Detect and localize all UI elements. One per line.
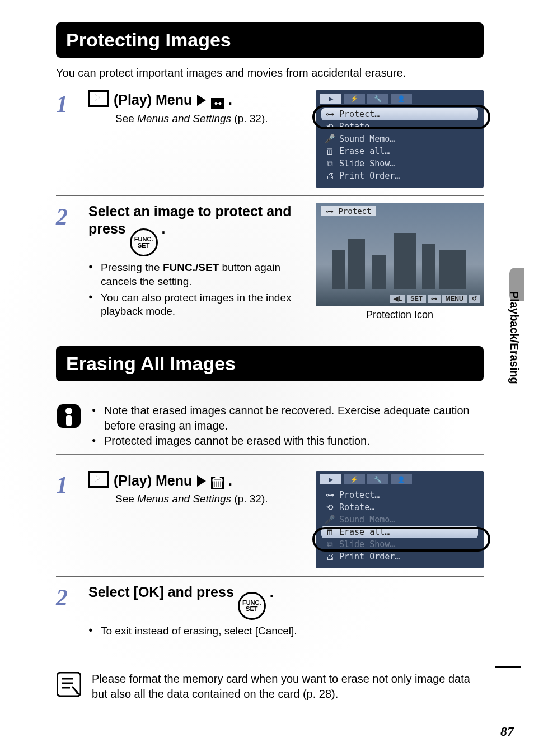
- func-set-button-icon: FUNC.SET: [238, 592, 266, 620]
- play-icon: [88, 471, 109, 488]
- chip: SET: [407, 295, 425, 303]
- step-number: 1: [56, 471, 82, 568]
- period: .: [158, 221, 166, 236]
- info-icon: [56, 671, 82, 697]
- menu-item: 🗑Erase all…: [321, 145, 478, 157]
- protect-key-icon: ⊶: [211, 98, 224, 109]
- erase-step2-title: Select [OK] and press FUNC.SET .: [88, 584, 484, 620]
- chip: ↺: [469, 295, 480, 303]
- play-menu-label: (Play) Menu: [114, 473, 192, 488]
- erase-all-icon: 🗑: [211, 477, 224, 489]
- menu-item: 🖨Print Order…: [321, 550, 478, 563]
- format-info-text: Please format the memory card when you w…: [92, 671, 484, 702]
- step2-title: Select an image to protect and press FUN…: [88, 203, 309, 256]
- menu-screenshot-erase: ▶ ⚡ 🔧 👤 ⊶Protect… ⟲Rotate… 🎤Sound Memo… …: [316, 471, 484, 568]
- step-number: 2: [56, 584, 82, 641]
- menu-item: ⧉Slide Show…: [321, 157, 478, 170]
- warning-icon: [56, 403, 82, 429]
- tab-icon: ⚡: [344, 474, 365, 484]
- step-number: 1: [56, 90, 82, 188]
- see-reference: See Menus and Settings (p. 32).: [115, 493, 309, 505]
- bullet-text: To exit instead of erasing, select [Canc…: [88, 624, 484, 638]
- bullet-text: Pressing the FUNC./SET button again canc…: [88, 261, 309, 288]
- menu-item: ⟲Rotate…: [321, 120, 478, 133]
- menu-item-protect: ⊶Protect…: [321, 108, 478, 120]
- page-number: 87: [500, 724, 514, 739]
- period: .: [228, 92, 232, 108]
- tab-icon: 👤: [391, 474, 412, 484]
- tab-icon: 🔧: [367, 474, 388, 484]
- svg-point-1: [65, 408, 72, 414]
- menu-item: ⧉Slide Show…: [321, 538, 478, 550]
- protect-bottom-bar: ◀L SET ⊶ MENU ↺: [390, 295, 480, 303]
- menu-item-erase-all: 🗑Erase all…: [321, 526, 478, 538]
- func-set-button-icon: FUNC.SET: [130, 228, 158, 256]
- period: .: [266, 584, 274, 600]
- chip: MENU: [442, 295, 467, 303]
- arrow-icon: [197, 475, 206, 487]
- menu-item: 🎤Sound Memo…: [321, 133, 478, 145]
- svg-rect-2: [66, 415, 72, 426]
- warning-text: Protected images cannot be erased with t…: [92, 433, 484, 449]
- menu-item: 🖨Print Order…: [321, 170, 478, 182]
- menu-item: ⊶Protect…: [321, 489, 478, 501]
- step1-title: (Play) Menu ⊶ .: [88, 90, 232, 109]
- protect-screen: ⊶ Protect ◀L SET ⊶ MENU ↺: [316, 203, 484, 306]
- side-line: [495, 666, 521, 668]
- see-reference: See Menus and Settings (p. 32).: [115, 113, 309, 125]
- bullet-text: You can also protect images in the index…: [88, 291, 309, 319]
- side-tab-label: Playback/Erasing: [508, 291, 521, 384]
- chip: ⊶: [428, 295, 441, 303]
- tab-play-icon: ▶: [320, 474, 341, 484]
- heading-erasing: Erasing All Images: [56, 346, 484, 381]
- protect-screen-label: ⊶ Protect: [321, 206, 376, 216]
- tab-play-icon: ▶: [320, 94, 341, 104]
- play-menu-label: (Play) Menu: [114, 92, 192, 108]
- step-number: 2: [56, 203, 82, 321]
- warning-text: Note that erased images cannot be recove…: [92, 403, 484, 433]
- menu-screenshot-protect: ▶ ⚡ 🔧 👤 ⊶Protect… ⟲Rotate… 🎤Sound Memo… …: [316, 90, 484, 188]
- heading-protecting: Protecting Images: [56, 22, 484, 58]
- erase-step1-title: (Play) Menu 🗑 .: [88, 471, 309, 489]
- menu-item: ⟲Rotate…: [321, 501, 478, 514]
- tab-icon: ⚡: [344, 94, 365, 104]
- menu-item: 🎤Sound Memo…: [321, 514, 478, 526]
- play-icon: [88, 90, 109, 107]
- tab-icon: 👤: [391, 94, 412, 104]
- intro-text: You can protect important images and mov…: [56, 67, 484, 80]
- chip: ◀L: [390, 295, 405, 303]
- protection-icon-caption: Protection Icon: [316, 309, 484, 321]
- period: .: [228, 473, 232, 488]
- arrow-icon: [197, 95, 206, 106]
- tab-icon: 🔧: [367, 94, 388, 104]
